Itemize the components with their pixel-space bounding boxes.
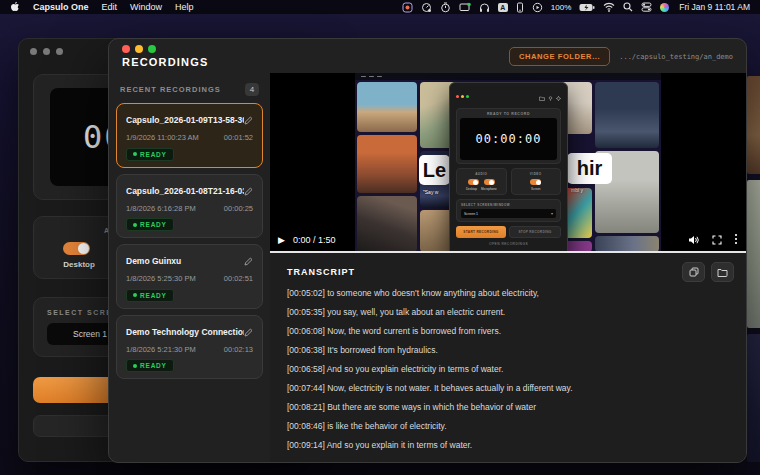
desktop-audio-toggle[interactable] xyxy=(63,242,90,255)
change-folder-button[interactable]: CHANGE FOLDER... xyxy=(509,47,610,66)
recordings-header: RECORDINGS CHANGE FOLDER... .../capsulo_… xyxy=(109,39,746,73)
player-controls: ▶ 0:00 / 1:50 xyxy=(270,232,746,248)
window-traffic-lights[interactable] xyxy=(122,45,209,53)
video-player[interactable]: Le hir "Say w mbl y xyxy=(270,73,746,253)
menu-help[interactable]: Help xyxy=(175,2,194,12)
screen-toggle xyxy=(530,179,541,185)
transcript-lines[interactable]: [00:05:02] to someone who doesn't know a… xyxy=(270,284,746,462)
edit-pencil-icon[interactable] xyxy=(244,323,253,341)
transcript-line: [00:06:08] Now, the word current is borr… xyxy=(287,322,729,341)
edit-pencil-icon[interactable] xyxy=(244,111,253,129)
video-label: VIDEO xyxy=(514,172,559,176)
transcript-line: [00:05:02] to someone who doesn't know a… xyxy=(287,284,729,303)
recording-duration: 00:01:52 xyxy=(224,133,253,142)
menu-edit[interactable]: Edit xyxy=(102,2,118,12)
recorded-app-window: READY TO RECORD 00:00:00 AUDIO xyxy=(449,82,568,253)
folder-path: .../capsulo_testing/an_demo xyxy=(619,53,733,61)
recording-duration: 00:00:25 xyxy=(224,204,253,213)
recording-name: Capsulo_2026-01-09T13-58-30-5 xyxy=(126,115,244,125)
screen-share-icon[interactable] xyxy=(459,2,471,13)
player-progress-bar[interactable] xyxy=(270,251,746,253)
video-overlay-text-left: Le xyxy=(419,155,450,185)
recording-list-item[interactable]: Capsulo_2026-01-09T13-58-30-5 1/9/2026 1… xyxy=(116,103,263,168)
microphone-toggle xyxy=(484,179,495,185)
video-overlay-caption-left: "Say w xyxy=(423,189,438,195)
transcript-line: [00:07:44] Now, electricity is not water… xyxy=(287,379,729,398)
desktop-toggle-label: Desktop xyxy=(466,187,477,191)
audio-label: AUDIO xyxy=(459,172,504,176)
siri-icon[interactable] xyxy=(660,3,669,12)
control-center-icon[interactable] xyxy=(641,2,652,12)
recordings-window: RECORDINGS CHANGE FOLDER... .../capsulo_… xyxy=(108,38,747,463)
menu-window[interactable]: Window xyxy=(130,2,162,12)
recording-date: 1/8/2026 5:21:30 PM xyxy=(126,345,196,354)
input-source-icon[interactable]: A xyxy=(498,3,508,12)
photo-tile xyxy=(595,82,659,148)
volume-icon[interactable] xyxy=(688,231,700,249)
recording-duration: 00:02:13 xyxy=(224,345,253,354)
page-title: RECORDINGS xyxy=(122,56,209,68)
pin-icon xyxy=(548,87,553,105)
headphones-icon[interactable] xyxy=(479,2,490,13)
battery-icon[interactable] xyxy=(579,3,595,12)
video-frame: Le hir "Say w mbl y xyxy=(355,73,661,253)
select-screen-label: SELECT SCREEN/WINDOW xyxy=(461,203,556,207)
desktop-photo-sliver xyxy=(747,180,760,328)
status-dot xyxy=(133,152,137,156)
open-folder-button[interactable] xyxy=(711,262,734,282)
recording-date: 1/9/2026 11:00:23 AM xyxy=(126,133,199,142)
status-badge: READY xyxy=(126,218,174,231)
recent-recordings-label: RECENT RECORDINGS xyxy=(120,85,221,94)
recording-duration: 00:02:51 xyxy=(224,274,253,283)
play-icon[interactable]: ▶ xyxy=(278,235,285,245)
desktop-toggle-label: Desktop xyxy=(63,260,95,269)
gear-icon xyxy=(556,87,561,105)
gauge-icon[interactable] xyxy=(421,2,432,13)
recordings-count-badge: 4 xyxy=(245,83,259,96)
transcript-title: TRANSCRIPT xyxy=(287,267,355,277)
edit-pencil-icon[interactable] xyxy=(244,182,253,200)
desktop-photo-sliver xyxy=(747,334,760,462)
device-icon[interactable] xyxy=(516,2,524,13)
desktop-photo-sliver xyxy=(747,76,760,174)
search-icon[interactable] xyxy=(623,2,633,12)
timer-icon[interactable] xyxy=(440,2,451,13)
recording-list-item[interactable]: Demo Technology Connections 1/8/2026 5:2… xyxy=(116,315,263,380)
screen-select-value: Screen 1 xyxy=(73,329,107,339)
screen-select-dropdown: Screen 1 ▾ xyxy=(461,209,556,218)
wifi-icon[interactable] xyxy=(603,2,615,12)
recording-date: 1/8/2026 6:16:28 PM xyxy=(126,204,196,213)
recording-list-item[interactable]: Demo Guinxu 1/8/2026 5:25:30 PM 00:02:51… xyxy=(116,244,263,309)
record-indicator-icon[interactable] xyxy=(402,2,413,13)
status-dot xyxy=(133,293,137,297)
edit-pencil-icon[interactable] xyxy=(244,252,253,270)
copy-transcript-button[interactable] xyxy=(682,262,705,282)
window-traffic-lights xyxy=(456,95,469,98)
ready-to-record-label: READY TO RECORD xyxy=(460,112,557,116)
folder-icon xyxy=(539,87,545,105)
photo-tile xyxy=(357,82,417,132)
transcript-line: [00:08:21] But there are some ways in wh… xyxy=(287,398,729,417)
recording-name: Demo Technology Connections xyxy=(126,327,244,337)
recording-list-item[interactable]: Capsulo_2026-01-08T21-16-03-0 1/8/2026 6… xyxy=(116,174,263,239)
video-overlay-text-right: hir xyxy=(567,153,612,184)
desktop-audio-toggle xyxy=(468,179,479,185)
screen-select-value: Screen 1 xyxy=(464,212,478,216)
battery-percent: 100% xyxy=(551,3,571,12)
apple-icon[interactable] xyxy=(10,1,20,14)
transcript-line: [00:05:35] you say, well, you talk about… xyxy=(287,303,729,322)
more-options-icon[interactable] xyxy=(734,231,738,249)
menu-clock[interactable]: Fri Jan 9 11:01 AM xyxy=(679,2,750,12)
transcript-line: [00:08:46] is like the behavior of elect… xyxy=(287,417,729,436)
recordings-sidebar: RECENT RECORDINGS 4 Capsulo_2026-01-09T1… xyxy=(109,73,270,462)
status-dot xyxy=(133,223,137,227)
player-time: 0:00 / 1:50 xyxy=(293,235,336,245)
menu-app-name[interactable]: Capsulo One xyxy=(33,2,89,12)
fullscreen-icon[interactable] xyxy=(712,231,722,249)
play-circle-icon[interactable] xyxy=(532,2,543,13)
chevron-down-icon: ▾ xyxy=(551,211,553,216)
transcript-line: [00:09:14] And so you explain it in term… xyxy=(287,436,729,455)
video-overlay-caption-right: mbl y xyxy=(571,187,583,193)
transcript-line: [00:06:58] And so you explain electricit… xyxy=(287,360,729,379)
status-dot xyxy=(133,364,137,368)
